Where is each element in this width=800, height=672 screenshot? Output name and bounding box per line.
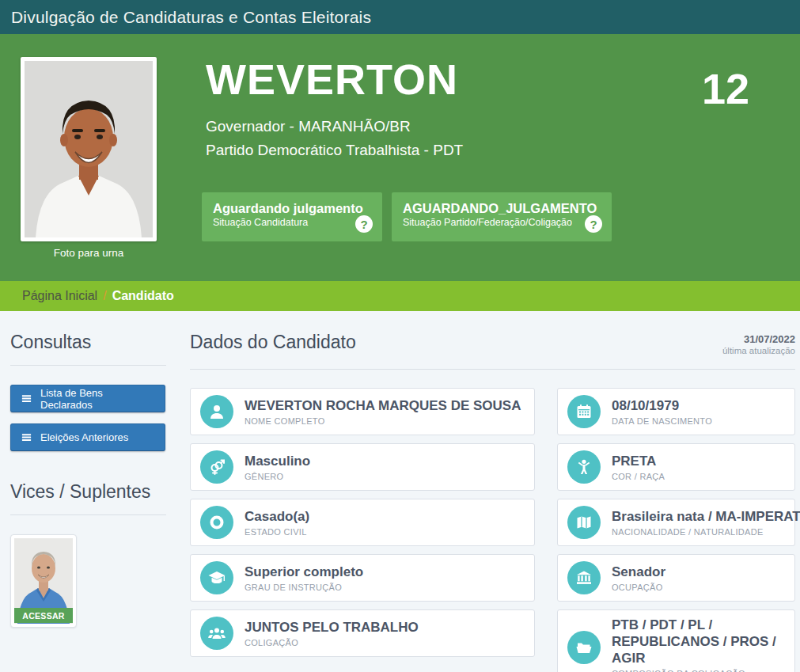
candidate-name: WEVERTON [206, 55, 463, 104]
card-coligacao: JUNTOS PELO TRABALHO COLIGAÇÃO [190, 609, 535, 657]
consultas-title: Consultas [10, 332, 190, 353]
status-badge-candidatura: Aguardando julgamento Situação Candidatu… [202, 192, 382, 241]
card-label: ESTADO CIVIL [245, 527, 309, 537]
app-title: Divulgação de Candidaturas e Contas Elei… [11, 8, 371, 27]
content-area: Consultas Lista de Bens Declarados Eleiç… [0, 311, 800, 672]
card-label: NOME COMPLETO [245, 416, 521, 426]
button-label: Lista de Bens Declarados [40, 387, 155, 411]
divider [10, 514, 166, 515]
page-title: Dados do Candidato [190, 332, 356, 353]
divider [10, 365, 166, 366]
card-label: GRAU DE INSTRUÇÃO [245, 583, 363, 592]
breadcrumb: Página Inicial/Candidato [0, 281, 800, 311]
card-value: JUNTOS PELO TRABALHO [245, 619, 419, 636]
card-value: 08/10/1979 [612, 397, 712, 414]
divider [190, 369, 795, 370]
card-label: COMPOSIÇÃO DA COLIGAÇÃO [612, 669, 785, 672]
ballot-number: 12 [702, 64, 749, 113]
card-value: PTB / PDT / PL / REPUBLICANOS / PROS / A… [612, 617, 785, 666]
vices-suplentes-title: Vices / Suplentes [10, 481, 190, 503]
card-value: PRETA [612, 453, 665, 469]
breadcrumb-home-link[interactable]: Página Inicial [22, 289, 97, 302]
acessar-button[interactable]: ACESSAR [14, 608, 73, 623]
card-label: GÊNERO [245, 472, 310, 481]
map-icon [567, 506, 601, 539]
candidate-office: Governador - MARANHÃO/BR [206, 115, 463, 139]
card-label: DATA DE NASCIMENTO [612, 416, 712, 426]
list-icon [21, 393, 32, 404]
status-badge-title: AGUARDANDO_JULGAMENTO [403, 200, 575, 216]
sidebar: Consultas Lista de Bens Declarados Eleiç… [0, 332, 190, 672]
data-cards: WEVERTON ROCHA MARQUES DE SOUSA NOME COM… [190, 388, 795, 672]
candidate-data-section: Dados do Candidato 31/07/2022 última atu… [190, 332, 800, 672]
status-badge-title: Aguardando julgamento [213, 200, 346, 216]
card-value: Brasileira nata / MA-IMPERATRIZ [612, 508, 800, 525]
candidate-hero: Foto para urna WEVERTON Governador - MAR… [0, 34, 800, 281]
calendar-icon [567, 395, 601, 428]
photo-caption: Foto para urna [21, 247, 157, 259]
question-mark-icon[interactable]: ? [355, 215, 373, 233]
group-icon [200, 617, 233, 650]
ring-icon [200, 506, 233, 539]
eleicoes-anteriores-button[interactable]: Eleições Anteriores [10, 423, 165, 451]
card-nome-completo: WEVERTON ROCHA MARQUES DE SOUSA NOME COM… [190, 388, 535, 435]
card-value: WEVERTON ROCHA MARQUES DE SOUSA [245, 397, 521, 414]
graduation-cap-icon [200, 561, 233, 594]
card-value: Masculino [245, 453, 310, 469]
app-header: Divulgação de Candidaturas e Contas Elei… [0, 0, 800, 34]
card-value: Senador [612, 564, 665, 580]
candidate-photo-block: Foto para urna [21, 57, 157, 259]
breadcrumb-current: Candidato [112, 289, 174, 302]
user-icon [200, 395, 233, 428]
status-badge-subtitle: Situação Candidatura [213, 216, 346, 230]
gender-icon [200, 450, 233, 484]
card-label: NACIONALIDADE / NATURALIDADE [612, 527, 800, 537]
candidate-summary: WEVERTON Governador - MARANHÃO/BR Partid… [206, 55, 463, 162]
card-composicao-coligacao: PTB / PDT / PL / REPUBLICANOS / PROS / A… [557, 609, 795, 672]
folder-open-icon [567, 631, 601, 664]
breadcrumb-separator: / [103, 289, 106, 302]
vice-card[interactable]: ACESSAR [10, 534, 77, 628]
last-update: 31/07/2022 última atualização [722, 332, 795, 356]
card-ocupacao: Senador OCUPAÇÃO [557, 554, 795, 602]
card-value: Casado(a) [245, 508, 309, 525]
lista-bens-declarados-button[interactable]: Lista de Bens Declarados [10, 385, 165, 412]
candidate-party: Partido Democrático Trabalhista - PDT [206, 139, 463, 162]
card-grau-instrucao: Superior completo GRAU DE INSTRUÇÃO [190, 554, 535, 602]
card-data-nascimento: 08/10/1979 DATA DE NASCIMENTO [557, 388, 795, 435]
question-mark-icon[interactable]: ? [585, 215, 602, 233]
last-update-label: última atualização [722, 345, 795, 356]
status-badge-subtitle: Situação Partido/Federação/Coligação [403, 216, 575, 230]
card-value: Superior completo [245, 564, 363, 580]
card-genero: Masculino GÊNERO [190, 443, 535, 491]
last-update-date: 31/07/2022 [722, 333, 795, 345]
button-label: Eleições Anteriores [40, 431, 128, 443]
card-label: COLIGAÇÃO [245, 638, 419, 647]
card-label: OCUPAÇÃO [612, 583, 665, 592]
person-arms-up-icon [567, 450, 601, 484]
status-badges: Aguardando julgamento Situação Candidatu… [202, 192, 612, 241]
list-icon [21, 431, 32, 443]
candidate-portrait-image [25, 61, 153, 237]
card-cor-raca: PRETA COR / RAÇA [557, 443, 795, 491]
card-nacionalidade: Brasileira nata / MA-IMPERATRIZ NACIONAL… [557, 499, 795, 546]
bank-icon [567, 561, 601, 594]
card-label: COR / RAÇA [612, 472, 665, 481]
status-badge-partido: AGUARDANDO_JULGAMENTO Situação Partido/F… [392, 192, 612, 241]
candidate-photo [21, 57, 157, 241]
card-estado-civil: Casado(a) ESTADO CIVIL [190, 499, 535, 546]
